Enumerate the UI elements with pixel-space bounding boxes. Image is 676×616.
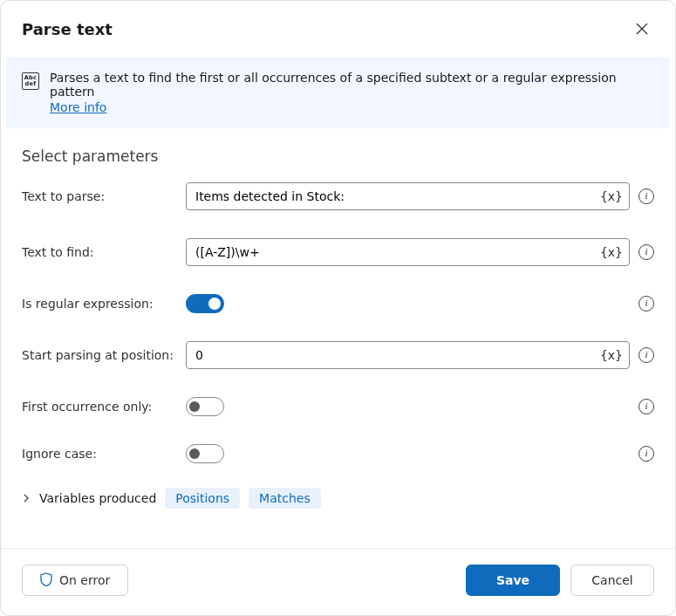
abc-def-icon: Abcdef (22, 72, 39, 90)
info-icon[interactable]: i (638, 347, 654, 363)
label-is-regex: Is regular expression: (22, 297, 177, 311)
close-button[interactable] (630, 17, 654, 41)
section-title: Select parameters (22, 147, 654, 165)
close-icon (636, 23, 648, 35)
label-text-to-parse: Text to parse: (22, 189, 177, 203)
parse-text-dialog: Parse text Abcdef Parses a text to find … (0, 0, 676, 616)
field-text-to-find: Text to find: {x} i (22, 238, 654, 266)
label-first-occurrence: First occurrence only: (22, 400, 177, 414)
info-icon[interactable]: i (638, 399, 654, 414)
chevron-right-icon (22, 494, 31, 503)
shield-icon (40, 572, 52, 589)
field-text-to-parse: Text to parse: {x} i (22, 182, 654, 210)
field-ignore-case: Ignore case: i (22, 444, 654, 463)
more-info-link[interactable]: More info (50, 100, 106, 114)
label-start-position: Start parsing at position: (22, 348, 177, 362)
field-first-occurrence: First occurrence only: i (22, 397, 654, 416)
save-label: Save (496, 573, 529, 587)
banner-text: Parses a text to find the first or all o… (50, 71, 654, 114)
dialog-footer: On error Save Cancel (1, 549, 675, 615)
input-text-to-find[interactable] (186, 238, 630, 266)
variable-picker-icon[interactable]: {x} (600, 348, 623, 362)
variable-chip-positions[interactable]: Positions (165, 488, 240, 509)
info-icon[interactable]: i (638, 244, 654, 260)
field-is-regex: Is regular expression: i (22, 294, 654, 313)
dialog-header: Parse text (1, 1, 675, 57)
save-button[interactable]: Save (466, 565, 560, 596)
banner-description: Parses a text to find the first or all o… (50, 71, 617, 99)
info-icon[interactable]: i (638, 446, 654, 462)
label-text-to-find: Text to find: (22, 245, 177, 259)
on-error-button[interactable]: On error (22, 565, 128, 596)
cancel-label: Cancel (591, 573, 632, 587)
input-text-to-parse[interactable] (186, 182, 630, 210)
info-icon[interactable]: i (638, 296, 654, 311)
dialog-body: Select parameters Text to parse: {x} i T… (1, 128, 675, 525)
field-start-position: Start parsing at position: {x} i (22, 341, 654, 369)
toggle-ignore-case[interactable] (186, 444, 224, 463)
variable-chip-matches[interactable]: Matches (249, 488, 321, 509)
info-icon[interactable]: i (638, 188, 654, 204)
dialog-title: Parse text (22, 20, 113, 38)
cancel-button[interactable]: Cancel (570, 565, 654, 596)
variable-picker-icon[interactable]: {x} (600, 245, 623, 259)
label-ignore-case: Ignore case: (22, 447, 177, 461)
toggle-is-regex[interactable] (186, 294, 224, 313)
variables-produced-label: Variables produced (39, 491, 156, 505)
variable-picker-icon[interactable]: {x} (600, 189, 623, 203)
toggle-first-occurrence[interactable] (186, 397, 224, 416)
input-start-position[interactable] (186, 341, 630, 369)
on-error-label: On error (59, 573, 110, 587)
info-banner: Abcdef Parses a text to find the first o… (6, 57, 670, 128)
variables-produced-row[interactable]: Variables produced Positions Matches (22, 488, 654, 509)
